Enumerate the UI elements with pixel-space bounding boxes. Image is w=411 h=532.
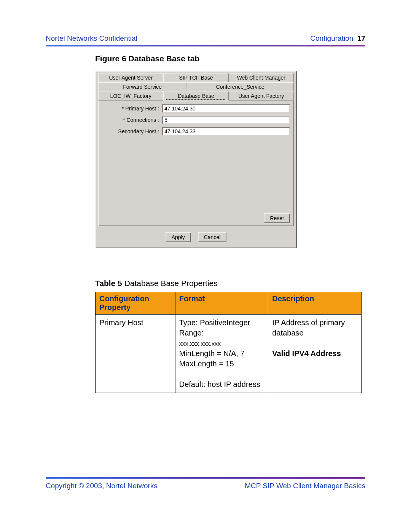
apply-button[interactable]: Apply — [166, 232, 191, 242]
footer-rule — [46, 477, 365, 479]
config-panel: * Primary Host : * Connections : Seconda… — [98, 101, 294, 226]
tab-row-1: User Agent Server SIP TCF Base Web Clien… — [98, 73, 294, 82]
table-header-row: Configuration Property Format Descriptio… — [96, 292, 362, 315]
th-description: Description — [268, 292, 362, 315]
table-row: Primary Host Type: PositiveInteger Range… — [96, 315, 362, 393]
table-title: Database Base Properties — [124, 279, 218, 288]
desc-bold: Valid IPV4 Address — [272, 349, 341, 358]
row-connections: * Connections : — [102, 116, 290, 124]
format-range-mask: xxx.xxx.xxx.xxx — [179, 340, 221, 347]
page-header: Nortel Networks Confidential Configurati… — [46, 34, 365, 43]
reset-button[interactable]: Reset — [264, 213, 290, 223]
tab-row-2: Forward Service Conference_Service — [98, 82, 294, 91]
format-range-label: Range: — [179, 329, 204, 337]
header-rule — [46, 45, 365, 46]
row-primary-host: * Primary Host : — [102, 104, 290, 113]
format-minmax: MinLength = N/A, 7 MaxLength = 15 — [179, 349, 245, 368]
table-label: Table 5 — [95, 279, 122, 288]
cell-description: IP Address of primary database Valid IPV… — [268, 315, 362, 393]
input-primary-host[interactable] — [162, 104, 290, 113]
section-page: Configuration 17 — [310, 34, 365, 43]
section-name: Configuration — [310, 34, 353, 42]
tab-conference-service[interactable]: Conference_Service — [186, 82, 294, 91]
figure-label: Figure 6 — [95, 54, 126, 63]
tab-sip-tcf-base[interactable]: SIP TCF Base — [163, 73, 228, 82]
tab-database-base[interactable]: Database Base — [163, 91, 228, 101]
table-caption: Table 5 Database Base Properties — [95, 279, 365, 288]
cancel-button[interactable]: Cancel — [198, 232, 227, 242]
page-number: 17 — [357, 34, 365, 42]
th-format: Format — [175, 292, 268, 315]
th-config-property: Configuration Property — [96, 292, 175, 315]
row-secondary-host: Secondary Host : — [102, 127, 290, 136]
page-footer: Copyright © 2003, Nortel Networks MCP SI… — [46, 477, 365, 490]
confidential-label: Nortel Networks Confidential — [46, 34, 137, 43]
tab-area: User Agent Server SIP TCF Base Web Clien… — [96, 72, 296, 101]
tab-row-3: LOC_IW_Factory Database Base User Agent … — [98, 91, 294, 101]
dialog-button-bar: Apply Cancel — [96, 228, 296, 248]
label-secondary-host: Secondary Host : — [102, 128, 162, 134]
cell-property: Primary Host — [96, 315, 175, 393]
format-type: Type: PositiveInteger — [179, 318, 250, 327]
tab-user-agent-server[interactable]: User Agent Server — [98, 73, 163, 82]
tab-user-agent-factory[interactable]: User Agent Factory — [229, 91, 294, 101]
input-secondary-host[interactable] — [162, 127, 290, 136]
label-primary-host: * Primary Host : — [102, 105, 162, 112]
tab-web-client-manager[interactable]: Web Client Manager — [229, 73, 294, 82]
dialog-screenshot: User Agent Server SIP TCF Base Web Clien… — [95, 71, 297, 248]
cell-format: Type: PositiveInteger Range: xxx.xxx.xxx… — [175, 315, 268, 393]
properties-table: Configuration Property Format Descriptio… — [95, 292, 362, 393]
tab-loc-iw-factory[interactable]: LOC_IW_Factory — [98, 91, 163, 101]
format-default: Default: host IP address — [179, 380, 260, 388]
input-connections[interactable] — [162, 116, 290, 124]
desc-line1: IP Address of primary database — [272, 318, 345, 337]
label-connections: * Connections : — [102, 117, 162, 123]
doc-title: MCP SIP Web Client Manager Basics — [245, 482, 365, 490]
figure-caption: Figure 6 Database Base tab — [95, 54, 365, 63]
figure-title: Database Base tab — [129, 54, 200, 63]
config-dialog: User Agent Server SIP TCF Base Web Clien… — [95, 71, 297, 248]
copyright: Copyright © 2003, Nortel Networks — [46, 482, 158, 490]
tab-forward-service[interactable]: Forward Service — [98, 82, 186, 91]
